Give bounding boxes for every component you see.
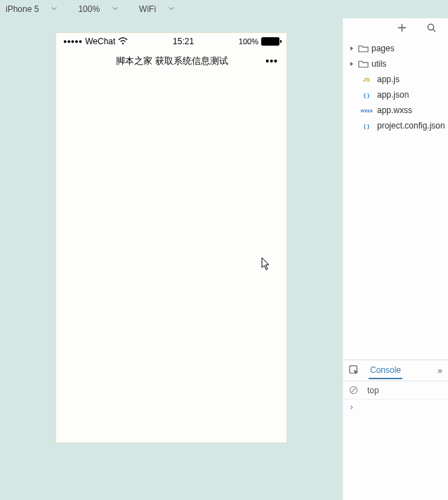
network-select[interactable]: WiFi bbox=[139, 4, 174, 14]
inspect-icon[interactable] bbox=[349, 365, 360, 376]
folder-label: pages bbox=[371, 44, 395, 53]
simulator-area: ●●●●● WeChat 15:21 100% 脚本之家 获取系统信息测试 ••… bbox=[0, 18, 343, 500]
phone-nav-bar: 脚本之家 获取系统信息测试 ••• bbox=[56, 50, 286, 72]
file-label: app.js bbox=[377, 74, 400, 84]
nav-menu-button[interactable]: ••• bbox=[265, 55, 278, 67]
folder-icon bbox=[357, 59, 369, 69]
zoom-select[interactable]: 100% bbox=[78, 4, 118, 14]
console-panel: Console » top › bbox=[343, 360, 448, 500]
network-label: WiFi bbox=[139, 4, 156, 14]
page-title: 脚本之家 获取系统信息测试 bbox=[79, 55, 265, 67]
console-tab-bar: Console » bbox=[343, 360, 448, 381]
file-app-json[interactable]: { } app.json bbox=[346, 87, 445, 103]
file-label: app.json bbox=[377, 90, 409, 100]
context-select[interactable]: top bbox=[367, 386, 379, 395]
device-select[interactable]: iPhone 5 bbox=[6, 4, 57, 14]
battery-percent: 100% bbox=[239, 37, 258, 46]
chevron-down-icon bbox=[112, 6, 118, 12]
device-label: iPhone 5 bbox=[6, 4, 39, 14]
chevron-down-icon bbox=[51, 6, 57, 12]
folder-label: utils bbox=[371, 59, 386, 69]
caret-right-icon bbox=[349, 61, 355, 67]
console-body[interactable]: › bbox=[343, 400, 448, 500]
json-file-icon: { } bbox=[359, 123, 374, 129]
devtools-top-toolbar: iPhone 5 100% WiFi bbox=[0, 0, 448, 18]
chevron-down-icon bbox=[169, 6, 174, 12]
file-app-wxss[interactable]: wxss app.wxss bbox=[346, 103, 445, 118]
file-tree: pages utils JS app.js { } app.json bbox=[343, 37, 448, 138]
folder-pages[interactable]: pages bbox=[346, 41, 445, 56]
folder-utils[interactable]: utils bbox=[346, 56, 445, 72]
file-explorer-sidebar: pages utils JS app.js { } app.json bbox=[343, 18, 448, 500]
js-file-icon: JS bbox=[359, 77, 374, 83]
file-label: app.wxss bbox=[377, 105, 412, 115]
wxss-file-icon: wxss bbox=[359, 108, 374, 113]
more-tabs-icon[interactable]: » bbox=[437, 366, 442, 376]
sidebar-tools bbox=[343, 18, 448, 37]
caret-right-icon bbox=[349, 46, 355, 51]
json-file-icon: { } bbox=[359, 92, 374, 98]
file-label: project.config.json bbox=[377, 121, 445, 131]
wifi-icon bbox=[118, 37, 128, 46]
file-app-js[interactable]: JS app.js bbox=[346, 72, 445, 87]
tab-console[interactable]: Console bbox=[369, 362, 402, 379]
console-filter-bar: top bbox=[343, 381, 448, 400]
status-time: 15:21 bbox=[128, 37, 239, 46]
signal-dots: ●●●●● bbox=[63, 38, 82, 45]
file-project-config-json[interactable]: { } project.config.json bbox=[346, 118, 445, 133]
clear-console-icon[interactable] bbox=[349, 386, 359, 395]
folder-icon bbox=[357, 44, 369, 53]
phone-status-bar: ●●●●● WeChat 15:21 100% bbox=[56, 33, 286, 50]
carrier-label: WeChat bbox=[85, 37, 115, 46]
svg-point-0 bbox=[122, 43, 124, 44]
add-icon[interactable] bbox=[396, 22, 407, 33]
phone-frame: ●●●●● WeChat 15:21 100% 脚本之家 获取系统信息测试 ••… bbox=[55, 32, 287, 443]
svg-point-1 bbox=[428, 24, 433, 29]
battery-icon bbox=[261, 37, 279, 46]
zoom-label: 100% bbox=[78, 4, 100, 14]
console-prompt: › bbox=[349, 402, 354, 412]
search-icon[interactable] bbox=[426, 22, 437, 33]
